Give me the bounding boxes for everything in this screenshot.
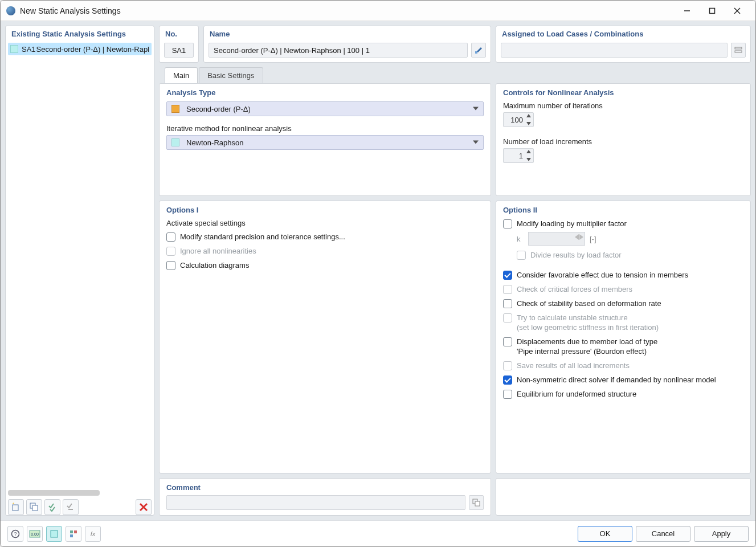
calc-diagrams-row[interactable]: Calculation diagrams: [166, 260, 484, 270]
minimize-button[interactable]: [675, 3, 700, 19]
svg-marker-12: [477, 47, 482, 52]
chevron-down-icon: [473, 138, 479, 147]
existing-settings-header: Existing Static Analysis Settings: [6, 26, 154, 42]
unstable-structure-row: Try to calculate unstable structure (set…: [503, 313, 743, 332]
iter-method-combo[interactable]: Newton-Raphson: [166, 135, 484, 150]
name-header: Name: [204, 26, 491, 40]
tab-area: Main Basic Settings Analysis Type Second…: [159, 67, 751, 516]
maximize-button[interactable]: [700, 3, 725, 19]
svg-text:fx: fx: [91, 530, 96, 537]
stability-label: Check of stability based on deformation …: [517, 299, 661, 308]
svg-rect-13: [735, 47, 742, 49]
tabstrip: Main Basic Settings: [165, 67, 751, 83]
svg-marker-25: [579, 234, 583, 240]
equilibrium-label: Equilibrium for undeformed structure: [517, 389, 636, 399]
svg-marker-16: [473, 141, 479, 144]
comment-combo[interactable]: [166, 495, 465, 510]
analysis-type-combo[interactable]: Second-order (P-Δ): [166, 101, 484, 116]
no-field[interactable]: SA1: [164, 43, 194, 58]
no-panel: No. SA1: [159, 26, 199, 63]
max-iter-spinner[interactable]: 100: [503, 112, 534, 127]
svg-rect-14: [735, 51, 742, 52]
checkbox-icon[interactable]: [503, 219, 512, 228]
displacements-row[interactable]: Displacements due to member load of type…: [503, 337, 743, 356]
modify-loading-label: Modify loading by multiplier factor: [517, 219, 627, 228]
analysis-type-value: Second-order (P-Δ): [186, 105, 251, 113]
color-swatch-icon: [171, 138, 179, 146]
checkbox-icon[interactable]: [503, 299, 512, 308]
critical-forces-row: Check of critical forces of members: [503, 284, 743, 294]
settings-label: Second-order (P-Δ) | Newton-Rapl: [36, 45, 149, 54]
analysis-type-group: Analysis Type Second-order (P-Δ) Iterati…: [159, 83, 491, 196]
left-pane: Existing Static Analysis Settings SA1 Se…: [5, 26, 154, 516]
main-area: No. SA1 Name Second-order (P-Δ) | Newton…: [159, 26, 751, 516]
checkbox-icon[interactable]: [503, 390, 512, 399]
load-incr-spinner[interactable]: 1: [503, 148, 534, 163]
k-label: k: [517, 235, 524, 243]
assigned-panel: Assigned to Load Cases / Combinations: [496, 26, 751, 63]
favorable-effect-row[interactable]: Consider favorable effect due to tension…: [503, 270, 743, 280]
divide-results-row: Divide results by load factor: [517, 250, 743, 260]
divide-label: Divide results by load factor: [530, 250, 622, 260]
close-button[interactable]: [725, 3, 750, 19]
empty-bottom-panel: [496, 478, 751, 516]
svg-text:0,00: 0,00: [31, 532, 39, 536]
help-button[interactable]: ?: [7, 526, 23, 542]
units-button[interactable]: 0,00: [27, 526, 43, 542]
save-incr-label: Save results of all load increments: [517, 361, 630, 370]
modify-loading-row[interactable]: Modify loading by multiplier factor: [503, 219, 743, 228]
comment-pick-button[interactable]: [469, 495, 484, 510]
max-iter-label: Maximum number of iterations: [503, 101, 743, 110]
horizontal-scrollbar[interactable]: [8, 490, 100, 496]
checkbox-icon[interactable]: [503, 375, 512, 385]
modify-precision-label: Modify standard precision and tolerance …: [180, 232, 345, 242]
analysis-type-title: Analysis Type: [166, 88, 484, 97]
comment-title: Comment: [166, 483, 484, 492]
ok-button[interactable]: OK: [578, 526, 632, 542]
checkbox-icon[interactable]: [503, 271, 512, 280]
copy-item-button[interactable]: [26, 499, 42, 515]
k-factor-row: k [-]: [517, 232, 743, 246]
nonsym-solver-row[interactable]: Non-symmetric direct solver if demanded …: [503, 375, 743, 385]
assigned-pick-button[interactable]: [731, 43, 746, 58]
tab-basic-settings[interactable]: Basic Settings: [199, 67, 263, 83]
equilibrium-row[interactable]: Equilibrium for undeformed structure: [503, 389, 743, 399]
k-unit: [-]: [590, 235, 596, 243]
tab-main[interactable]: Main: [165, 67, 198, 83]
unstable-label: Try to calculate unstable structure (set…: [517, 313, 659, 332]
spinner-arrows-icon[interactable]: [526, 114, 532, 125]
max-iter-value: 100: [504, 116, 525, 124]
uncheck-all-button[interactable]: [63, 499, 79, 515]
apply-button[interactable]: Apply: [694, 526, 749, 542]
settings-list-item[interactable]: SA1 Second-order (P-Δ) | Newton-Rapl: [8, 43, 152, 55]
svg-rect-1: [710, 8, 715, 13]
svg-marker-20: [526, 114, 531, 117]
svg-rect-31: [70, 530, 73, 533]
dialog-body: Existing Static Analysis Settings SA1 Se…: [1, 21, 755, 520]
cancel-button[interactable]: Cancel: [636, 526, 690, 542]
function-button[interactable]: fx: [85, 526, 101, 542]
color-swatch-icon: [10, 45, 18, 53]
checkbox-icon[interactable]: [503, 337, 512, 346]
checkbox-icon[interactable]: [166, 232, 175, 242]
stability-check-row[interactable]: Check of stability based on deformation …: [503, 299, 743, 308]
assigned-field[interactable]: [501, 43, 728, 58]
checkbox-icon[interactable]: [166, 261, 175, 270]
svg-rect-4: [13, 505, 18, 511]
check-all-button[interactable]: [44, 499, 60, 515]
settings-list[interactable]: SA1 Second-order (P-Δ) | Newton-Rapl: [6, 42, 154, 487]
modify-precision-row[interactable]: Modify standard precision and tolerance …: [166, 232, 484, 242]
name-field[interactable]: Second-order (P-Δ) | Newton-Raphson | 10…: [209, 43, 468, 58]
tab-content: Analysis Type Second-order (P-Δ) Iterati…: [159, 83, 751, 516]
filter-button[interactable]: [66, 526, 81, 542]
svg-rect-7: [32, 505, 38, 511]
delete-item-button[interactable]: [136, 499, 152, 515]
checkbox-icon: [517, 251, 526, 260]
view-mode-button[interactable]: [46, 526, 62, 542]
spinner-arrows-icon[interactable]: [526, 150, 532, 161]
edit-name-button[interactable]: [471, 43, 486, 58]
dialog-window: New Static Analysis Settings Existing St…: [0, 0, 756, 547]
options2-group: Options II Modify loading by multiplier …: [496, 201, 751, 473]
displacements-label: Displacements due to member load of type…: [517, 337, 657, 356]
new-item-button[interactable]: [8, 499, 24, 515]
